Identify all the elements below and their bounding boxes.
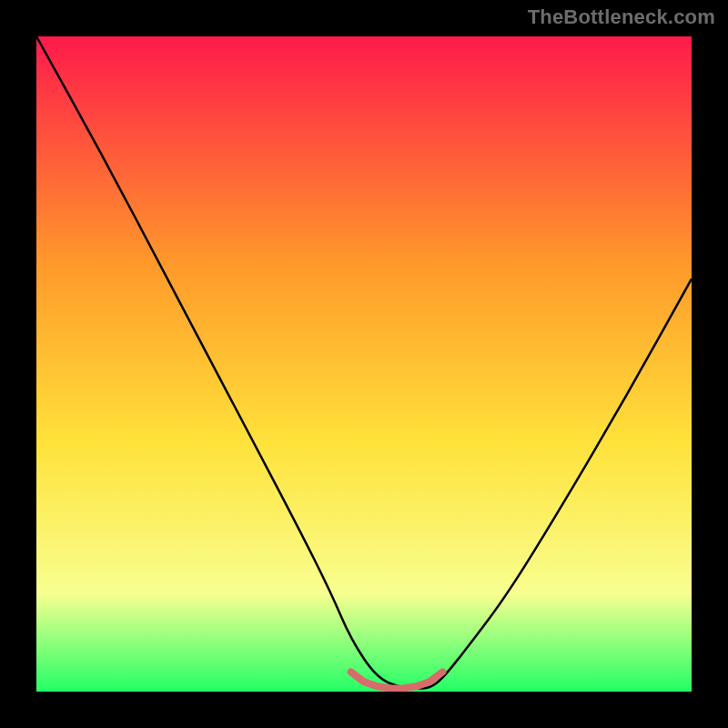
watermark-text: TheBottleneck.com <box>528 5 715 29</box>
chart-frame: TheBottleneck.com <box>0 0 728 728</box>
gradient-background <box>36 36 692 692</box>
bottleneck-chart <box>36 36 692 692</box>
plot-area <box>36 36 692 692</box>
